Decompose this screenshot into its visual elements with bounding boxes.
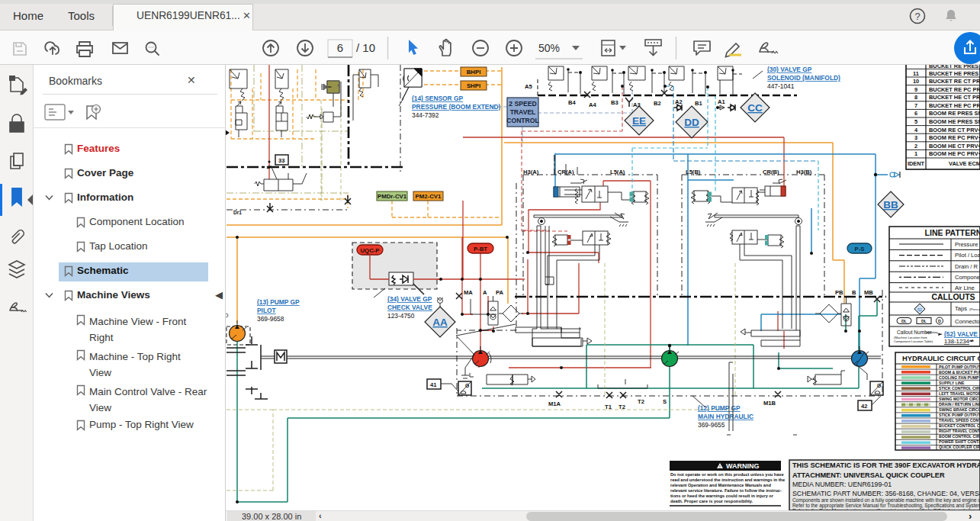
svg-text:H3(B): H3(B) (796, 169, 812, 175)
svg-text:DRAIN / RETURN LINE: DRAIN / RETURN LINE (939, 402, 980, 407)
svg-text:LEFT TRAVEL MOTOR: LEFT TRAVEL MOTOR (939, 391, 980, 396)
svg-text:PA: PA (496, 289, 504, 296)
svg-text:SWING BRAKE CIRCU: SWING BRAKE CIRCU (939, 407, 980, 412)
svg-text:Air Line: Air Line (955, 285, 975, 291)
svg-text:1: 1 (914, 150, 917, 157)
svg-text:Do not operate or work on this: Do not operate or work on this product u… (670, 472, 784, 477)
svg-text:MEDIA NUMBER: UENR6199-01: MEDIA NUMBER: UENR6199-01 (792, 481, 892, 488)
svg-text:369-9655: 369-9655 (698, 421, 725, 429)
svg-text:SHPI: SHPI (467, 82, 480, 89)
svg-text:BUCKET HE PRES S: BUCKET HE PRES S (929, 70, 980, 77)
svg-text:52: 52 (917, 307, 922, 312)
svg-text:2 SPEED: 2 SPEED (509, 100, 536, 108)
svg-text:B2: B2 (654, 100, 661, 107)
svg-text:123-4750: 123-4750 (387, 312, 415, 320)
svg-text:DL: DL (921, 319, 927, 323)
svg-text:WARNING: WARNING (726, 462, 760, 470)
svg-text:THIS SCHEMATIC IS FOR THE 390F: THIS SCHEMATIC IS FOR THE 390F EXCAVATOR… (792, 462, 980, 469)
svg-text:QUICK COUPLER CIR: QUICK COUPLER CIR (939, 445, 980, 449)
svg-text:PM2-CV1: PM2-CV1 (416, 193, 442, 200)
svg-text:D: D (938, 319, 941, 323)
svg-text:BOOM HE CT PRV+: BOOM HE CT PRV+ (929, 143, 980, 150)
svg-text:CALLOUTS: CALLOUTS (931, 292, 975, 301)
svg-text:Component Location Table): Component Location Table) (894, 339, 933, 343)
svg-text:B4: B4 (568, 99, 576, 106)
svg-text:BOOM HE PRES SN: BOOM HE PRES SN (929, 118, 980, 125)
svg-text:HYDRAULIC CIRCUIT COLO: HYDRAULIC CIRCUIT COLO (902, 354, 980, 362)
svg-text:H3(A): H3(A) (523, 169, 539, 175)
svg-text:Drain / R: Drain / R (955, 263, 978, 270)
svg-text:33: 33 (278, 157, 284, 164)
svg-text:CR(B): CR(B) (763, 169, 779, 175)
svg-text:SWING MOTOR CIRCU: SWING MOTOR CIRCU (939, 397, 980, 401)
svg-text:TRAVEL SPEED CONT: TRAVEL SPEED CONT (939, 418, 980, 423)
svg-text:read and understood the instru: read and understood the instruction and … (670, 478, 785, 482)
svg-text:A4: A4 (589, 101, 596, 108)
svg-text:PILOT PUMP OUTPUT: PILOT PUMP OUTPUT (939, 365, 980, 369)
svg-text:B: B (852, 289, 856, 296)
svg-text:T2: T2 (619, 404, 625, 410)
svg-text:MB: MB (864, 289, 873, 296)
svg-text:PILOT: PILOT (257, 307, 277, 314)
svg-text:M1B: M1B (763, 400, 776, 407)
svg-text:Pilot / Loa: Pilot / Loa (955, 252, 980, 259)
svg-text:BUCKET RE PC PRV: BUCKET RE PC PRV (929, 86, 980, 93)
svg-text:CHECK VALVE: CHECK VALVE (387, 304, 432, 311)
svg-text:tions or heed the warnings cou: tions or heed the warnings could result … (670, 494, 774, 498)
svg-text:2: 2 (914, 143, 917, 150)
svg-text:BOOM & BUCKET PUM: BOOM & BUCKET PUM (939, 370, 980, 375)
svg-text:42: 42 (861, 403, 867, 410)
svg-text:B1: B1 (695, 100, 702, 107)
svg-text:L5(A): L5(A) (610, 169, 625, 175)
svg-text:BUCKET HE CT PRV: BUCKET HE CT PRV (929, 94, 980, 101)
svg-text:41: 41 (430, 381, 437, 388)
svg-text:A2: A2 (675, 98, 683, 105)
svg-text:Compone: Compone (955, 274, 980, 281)
svg-text:(12) PUMP GP: (12) PUMP GP (698, 404, 741, 412)
svg-text:138-1234: 138-1234 (944, 338, 970, 345)
svg-text:BOOM RE PRES SN: BOOM RE PRES SN (929, 110, 980, 117)
svg-text:G: G (877, 383, 881, 388)
svg-text:11: 11 (913, 70, 919, 77)
svg-text:relevant Operation and Main: relevant Operation and Maintenance Manua… (670, 483, 771, 487)
svg-text:344-7392: 344-7392 (412, 111, 439, 119)
svg-text:STICK PUMP OUTPUT: STICK PUMP OUTPUT (939, 413, 980, 417)
svg-text:AA: AA (432, 317, 448, 328)
svg-text:SOLENOID (MANIFOLD): SOLENOID (MANIFOLD) (767, 74, 840, 82)
svg-text:7: 7 (914, 102, 917, 109)
svg-text:ATTACHMENT: UNIVERSAL QUICK CO: ATTACHMENT: UNIVERSAL QUICK COUPLER (792, 471, 945, 479)
svg-text:10: 10 (913, 78, 919, 85)
svg-text:BOOM RE CT PRV+: BOOM RE CT PRV+ (929, 127, 980, 133)
svg-text:A5: A5 (525, 83, 532, 90)
svg-text:(13) PUMP GP: (13) PUMP GP (257, 298, 300, 306)
svg-text:A: A (483, 289, 487, 296)
svg-text:G: G (465, 383, 469, 388)
svg-text:3: 3 (914, 134, 917, 141)
svg-text:BHPI: BHPI (467, 69, 481, 76)
svg-text:DD: DD (684, 117, 699, 128)
svg-text:COOLING FAN PUMP: COOLING FAN PUMP (939, 375, 979, 380)
svg-text:(34) VALVE GP: (34) VALVE GP (387, 295, 432, 303)
svg-text:PB: PB (835, 289, 843, 296)
svg-text:Dr1: Dr1 (233, 210, 242, 215)
svg-text:447-1041: 447-1041 (767, 82, 795, 90)
svg-text:S: S (663, 398, 667, 405)
svg-text:T2: T2 (638, 398, 644, 405)
svg-text:PMDr-CV1: PMDr-CV1 (378, 193, 407, 200)
svg-text:?: ? (914, 11, 920, 22)
svg-text:P-BT: P-BT (474, 246, 487, 252)
svg-text:Pressure: Pressure (955, 241, 978, 248)
svg-text:LINE PATTERN: LINE PATTERN (925, 228, 980, 237)
svg-text:POWER SHIFT CONTR: POWER SHIFT CONTR (939, 439, 980, 444)
svg-text:5: 5 (914, 118, 917, 125)
svg-text:SUPPLY LINE: SUPPLY LINE (939, 381, 965, 385)
svg-text:CONTROL: CONTROL (506, 117, 539, 124)
svg-text:A1: A1 (718, 98, 725, 105)
svg-text:P-S: P-S (855, 246, 865, 252)
svg-text:6: 6 (914, 110, 917, 117)
svg-text:Connecto: Connecto (955, 318, 980, 325)
svg-text:UQC-P: UQC-P (360, 247, 379, 254)
svg-text:VALVE ECM: VALVE ECM (949, 160, 980, 167)
svg-text:MAIN HYDRAULIC: MAIN HYDRAULIC (698, 413, 753, 420)
svg-text:(30) VALVE GP: (30) VALVE GP (767, 66, 812, 73)
